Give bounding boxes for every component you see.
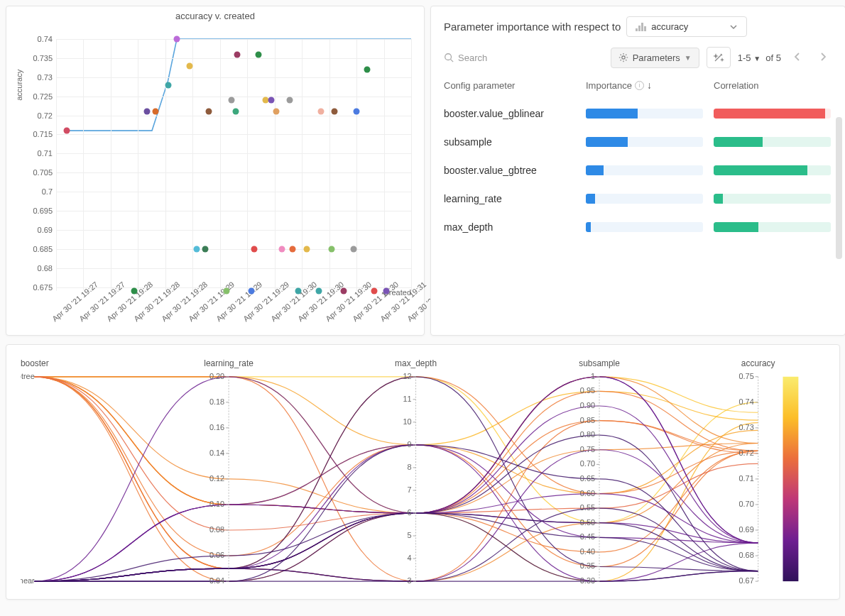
importance-table-header: Config parameter Importance i ↓ Correlat…: [431, 75, 845, 97]
pc-run-line[interactable]: [35, 450, 758, 581]
parameters-button[interactable]: Parameters ▼: [611, 48, 699, 68]
scatter-point[interactable]: [351, 246, 357, 252]
pc-axis-tick: 0.73: [738, 423, 753, 431]
scrollbar-thumb[interactable]: [836, 117, 842, 259]
scatter-point[interactable]: [249, 288, 255, 295]
pc-axis-tick: 0.40: [580, 547, 595, 556]
metric-select[interactable]: accuracy: [626, 16, 747, 37]
scatter-point[interactable]: [153, 109, 159, 115]
pc-axis-tick: 12: [403, 372, 411, 380]
pc-run-line[interactable]: [35, 508, 758, 581]
scatter-point[interactable]: [186, 62, 192, 69]
param-name: learning_rate: [444, 193, 586, 204]
scatter-point[interactable]: [383, 288, 390, 295]
info-icon[interactable]: i: [635, 81, 644, 90]
scatter-point[interactable]: [332, 109, 338, 115]
scatter-point[interactable]: [295, 288, 302, 295]
scatter-point[interactable]: [289, 246, 295, 252]
bars-icon: [636, 23, 645, 31]
pc-run-line[interactable]: [35, 494, 758, 582]
scatter-point[interactable]: [224, 288, 230, 295]
pc-axis-tick: 0.65: [580, 474, 595, 483]
scatter-point[interactable]: [268, 97, 274, 104]
scatter-point[interactable]: [278, 246, 285, 252]
scatter-point[interactable]: [317, 109, 324, 115]
pc-run-line[interactable]: [35, 377, 758, 513]
importance-row[interactable]: max_depth: [444, 213, 838, 241]
param-name: subsample: [444, 136, 586, 148]
scatter-point[interactable]: [206, 109, 212, 115]
scatter-point[interactable]: [229, 97, 235, 104]
scatter-point[interactable]: [193, 246, 200, 252]
pc-axis-label: accuracy: [741, 358, 775, 368]
prev-page-button[interactable]: [788, 53, 807, 63]
importance-row[interactable]: learning_rate: [444, 185, 838, 213]
scatter-point[interactable]: [256, 51, 262, 57]
scatter-point[interactable]: [234, 51, 241, 57]
parallel-coords-plot[interactable]: boostergbtreegblinearlearning_rate0.200.…: [21, 352, 825, 592]
pc-run-line[interactable]: [35, 377, 758, 552]
param-name: booster.value_gblinear: [444, 108, 586, 119]
scatter-point[interactable]: [251, 246, 257, 252]
scatter-point[interactable]: [328, 246, 334, 252]
next-page-button[interactable]: [814, 53, 832, 63]
chevron-right-icon: [819, 53, 827, 61]
scatter-plot-area[interactable]: Created Apr 30 '21 19:27Apr 30 '21 19:27…: [56, 39, 411, 291]
pc-axis-tick: 11: [403, 395, 411, 403]
importance-row[interactable]: booster.value_gblinear: [444, 99, 838, 128]
y-tick: 0.685: [31, 245, 53, 253]
pc-axis-tick: 0.70: [580, 459, 595, 468]
pc-run-line[interactable]: [35, 377, 758, 568]
sort-desc-icon[interactable]: ↓: [647, 79, 652, 91]
scatter-point[interactable]: [287, 97, 293, 104]
pc-axis-tick: 0.85: [580, 416, 595, 424]
scatter-point[interactable]: [143, 109, 150, 115]
importance-bar: [586, 109, 703, 119]
pc-run-line[interactable]: [35, 377, 758, 523]
pc-run-line[interactable]: [35, 377, 758, 494]
range-total: of 5: [765, 53, 781, 63]
pc-axis-tick: 0.30: [580, 576, 595, 585]
y-tick: 0.69: [31, 226, 53, 234]
pc-axis-tick: 1: [591, 372, 595, 380]
pc-run-line[interactable]: [35, 377, 758, 513]
pc-run-line[interactable]: [35, 513, 758, 581]
parameter-importance-panel: Parameter importance with respect to acc…: [430, 6, 845, 336]
importance-row[interactable]: booster.value_gbtree: [444, 156, 838, 185]
pc-run-line[interactable]: [35, 513, 758, 581]
pc-run-line[interactable]: [35, 377, 758, 505]
pc-run-line[interactable]: [35, 377, 758, 530]
pc-run-line[interactable]: [35, 377, 758, 513]
pc-axis-tick: 9: [408, 440, 412, 449]
scatter-point[interactable]: [273, 109, 280, 115]
scatter-point[interactable]: [364, 67, 370, 73]
col-param: Config parameter: [444, 80, 586, 91]
metric-name: accuracy: [651, 21, 688, 32]
svg-point-0: [445, 54, 452, 60]
scatter-point[interactable]: [303, 246, 310, 252]
scatter-point[interactable]: [64, 128, 70, 134]
pc-run-line[interactable]: [35, 377, 758, 568]
pc-axis-tick: 0.14: [209, 449, 224, 457]
pc-run-line[interactable]: [35, 513, 758, 581]
scatter-point[interactable]: [316, 288, 322, 295]
pc-axis-tick: 0.18: [209, 397, 224, 406]
pc-axis-tick: 0.20: [209, 372, 224, 380]
pc-run-line[interactable]: [35, 406, 758, 581]
scatter-point[interactable]: [165, 82, 171, 88]
magic-wand-button[interactable]: [707, 47, 731, 68]
search-icon: [444, 53, 454, 62]
scatter-point[interactable]: [232, 109, 239, 115]
scatter-point[interactable]: [341, 288, 347, 295]
search-input[interactable]: Search: [444, 53, 604, 63]
pc-axis-tick: 0.55: [580, 503, 595, 512]
scatter-point[interactable]: [371, 288, 377, 295]
pc-run-line[interactable]: [35, 377, 758, 581]
pc-axis-tick: 10: [403, 417, 411, 426]
importance-row[interactable]: subsample: [444, 128, 838, 156]
scatter-point[interactable]: [174, 36, 180, 43]
scatter-point[interactable]: [202, 246, 209, 252]
scatter-point[interactable]: [131, 288, 138, 295]
pc-axis-label: learning_rate: [204, 358, 254, 368]
scatter-point[interactable]: [353, 109, 359, 115]
